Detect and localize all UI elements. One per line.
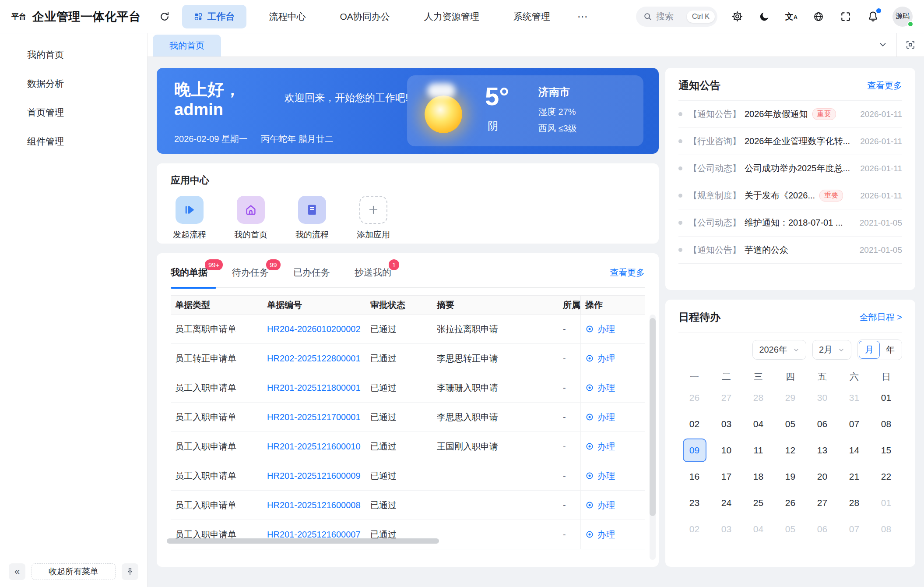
notice-item[interactable]: 【公司动态】 维护通知：2018-07-01 ... 重要 2021-01-05 (678, 209, 902, 237)
calendar-day[interactable]: 28 (742, 385, 774, 411)
search-input[interactable] (656, 11, 683, 21)
table-horizontal-scrollbar[interactable] (167, 538, 644, 544)
calendar-day[interactable]: 13 (806, 437, 838, 463)
calendar-day[interactable]: 27 (806, 490, 838, 516)
nav-item[interactable]: 流程中心 (258, 5, 317, 28)
calendar-day[interactable]: 06 (806, 411, 838, 437)
fullscreen-button[interactable] (839, 10, 852, 23)
user-avatar[interactable]: 源码 (892, 7, 913, 27)
handle-action-button[interactable]: 办理 (580, 520, 645, 549)
calendar-day[interactable]: 05 (774, 411, 806, 437)
notice-item[interactable]: 【通知公告】 2026年放假通知 重要 2026-01-11 (678, 101, 902, 128)
calendar-day[interactable]: 07 (838, 516, 870, 542)
calendar-day[interactable]: 12 (774, 437, 806, 463)
nav-item[interactable]: 工作台 (182, 5, 246, 28)
collapse-all-menus-button[interactable]: 收起所有菜单 (32, 563, 116, 580)
calendar-day[interactable]: 09 (678, 437, 710, 463)
notices-view-more-link[interactable]: 查看更多 (867, 80, 902, 92)
sidebar-item[interactable]: 首页管理 (0, 98, 147, 127)
document-number-link[interactable]: HR204-2026010200002 (263, 324, 366, 334)
calendar-day[interactable]: 01 (870, 385, 902, 411)
calendar-day[interactable]: 04 (742, 516, 774, 542)
nav-item[interactable]: ⋯ (573, 5, 593, 28)
calendar-day[interactable]: 30 (806, 385, 838, 411)
nav-item[interactable]: OA协同办公 (329, 5, 401, 28)
task-tab[interactable]: 待办任务 99 (232, 266, 269, 279)
handle-action-button[interactable]: 办理 (580, 461, 645, 490)
calendar-day[interactable]: 03 (710, 411, 742, 437)
calendar-day[interactable]: 26 (774, 490, 806, 516)
calendar-day[interactable]: 29 (774, 385, 806, 411)
calendar-day[interactable]: 16 (678, 463, 710, 490)
global-search[interactable]: Ctrl K (636, 7, 717, 27)
document-number-link[interactable]: HR202-2025122800001 (263, 354, 366, 364)
all-schedule-link[interactable]: 全部日程 > (860, 311, 902, 323)
calendar-day[interactable]: 10 (710, 437, 742, 463)
calendar-day[interactable]: 08 (870, 516, 902, 542)
handle-action-button[interactable]: 办理 (580, 373, 645, 402)
month-select[interactable]: 2月 (812, 340, 851, 360)
year-select[interactable]: 2026年 (752, 340, 806, 360)
pin-menu-button[interactable] (122, 563, 138, 580)
app-my-process[interactable]: 我的流程 (293, 196, 331, 240)
handle-action-button[interactable]: 办理 (580, 432, 645, 461)
calendar-day[interactable]: 18 (742, 463, 774, 490)
calendar-day[interactable]: 17 (710, 463, 742, 490)
handle-action-button[interactable]: 办理 (580, 403, 645, 431)
calendar-day[interactable]: 24 (710, 490, 742, 516)
document-number-link[interactable]: HR201-2025121800001 (263, 383, 366, 393)
notice-item[interactable]: 【规章制度】 关于发布《2026... 重要 2026-01-11 (678, 182, 902, 209)
table-vertical-scrollbar[interactable] (650, 315, 656, 560)
dark-mode-toggle[interactable] (758, 10, 771, 23)
calendar-day[interactable]: 20 (806, 463, 838, 490)
calendar-day[interactable]: 22 (870, 463, 902, 490)
task-tab[interactable]: 我的单据 99+ (171, 266, 207, 279)
calendar-day[interactable]: 06 (806, 516, 838, 542)
task-tab[interactable]: 已办任务 (293, 266, 330, 279)
calendar-day[interactable]: 05 (774, 516, 806, 542)
calendar-day[interactable]: 04 (742, 411, 774, 437)
calendar-day[interactable]: 01 (870, 490, 902, 516)
tab-my-home[interactable]: 我的首页 (153, 35, 221, 57)
calendar-day[interactable]: 26 (678, 385, 710, 411)
app-start-process[interactable]: 发起流程 (171, 196, 208, 240)
calendar-day[interactable]: 28 (838, 490, 870, 516)
app-add[interactable]: 添加应用 (355, 196, 392, 240)
language-switch-button[interactable]: 文A (785, 10, 798, 23)
task-tab[interactable]: 抄送我的 1 (355, 266, 391, 279)
document-number-link[interactable]: HR201-2025121600008 (263, 500, 366, 510)
lock-screen-button[interactable] (812, 10, 825, 23)
calendar-day[interactable]: 25 (742, 490, 774, 516)
tasks-view-more-link[interactable]: 查看更多 (610, 267, 645, 279)
notice-item[interactable]: 【公司动态】 公司成功举办2025年度总... 重要 2026-01-11 (678, 155, 902, 182)
document-number-link[interactable]: HR201-2025121600010 (263, 442, 366, 452)
calendar-day[interactable]: 27 (710, 385, 742, 411)
document-number-link[interactable]: HR201-2025121700001 (263, 412, 366, 422)
notifications-button[interactable] (866, 10, 879, 23)
notice-item[interactable]: 【通知公告】 芋道的公众 重要 2021-01-05 (678, 237, 902, 264)
collapse-sidebar-button[interactable]: « (9, 563, 25, 580)
calendar-day[interactable]: 11 (742, 437, 774, 463)
sidebar-item[interactable]: 数据分析 (0, 69, 147, 98)
calendar-day[interactable]: 21 (838, 463, 870, 490)
handle-action-button[interactable]: 办理 (580, 344, 645, 373)
calendar-day[interactable]: 19 (774, 463, 806, 490)
calendar-day[interactable]: 14 (838, 437, 870, 463)
calendar-day[interactable]: 08 (870, 411, 902, 437)
notice-item[interactable]: 【行业咨询】 2026年企业管理数字化转... 重要 2026-01-11 (678, 128, 902, 155)
document-number-link[interactable]: HR201-2025121600009 (263, 471, 366, 481)
calendar-day[interactable]: 15 (870, 437, 902, 463)
calendar-day[interactable]: 02 (678, 516, 710, 542)
nav-item[interactable]: 人力资源管理 (413, 5, 491, 28)
sidebar-item[interactable]: 我的首页 (0, 40, 147, 69)
tab-options-button[interactable] (869, 33, 896, 57)
settings-button[interactable] (731, 10, 744, 23)
mode-year-button[interactable]: 年 (880, 341, 901, 359)
calendar-day[interactable]: 07 (838, 411, 870, 437)
handle-action-button[interactable]: 办理 (580, 491, 645, 520)
calendar-day[interactable]: 23 (678, 490, 710, 516)
maximize-content-button[interactable] (896, 33, 924, 57)
app-my-home[interactable]: 我的首页 (232, 196, 270, 240)
sidebar-item[interactable]: 组件管理 (0, 127, 147, 156)
nav-item[interactable]: 系统管理 (502, 5, 562, 28)
